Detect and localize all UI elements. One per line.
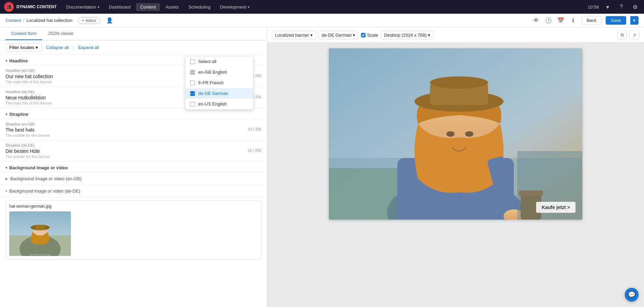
chevron-right-icon: ▶ bbox=[5, 177, 8, 181]
settings-icon[interactable]: ⚙ bbox=[630, 2, 640, 12]
breadcrumb-current: Localized hat collection bbox=[26, 18, 72, 23]
right-panel: Localized banner ▾ de-DE German ▾ Scale … bbox=[267, 27, 644, 307]
strapline-en-gb-label: Strapline (en-GB) bbox=[5, 122, 261, 126]
en-us-checkbox[interactable] bbox=[190, 102, 195, 107]
filter-separator: | bbox=[73, 45, 74, 50]
locale-selector[interactable]: de-DE German ▾ bbox=[319, 31, 358, 39]
nav-assets[interactable]: Assets bbox=[161, 3, 183, 11]
filter-locales-button[interactable]: Filter locales ▾ bbox=[5, 43, 42, 52]
filter-bar: Filter locales ▾ Collapse all | Expand a… bbox=[0, 40, 267, 55]
banner-selector[interactable]: Localized banner ▾ bbox=[272, 31, 316, 39]
chevron-down-icon: ▾ bbox=[353, 33, 355, 38]
locale-option-en-us[interactable]: en-US English bbox=[185, 99, 253, 109]
background-section-header[interactable]: ▾ Background image or video bbox=[0, 162, 267, 173]
svg-text:hat-woman-german.jpg: hat-woman-german.jpg bbox=[29, 254, 51, 256]
headline-de-de-value[interactable]: Neue Hutkollektion bbox=[5, 95, 52, 100]
de-de-checkbox[interactable]: ✓ bbox=[190, 91, 195, 96]
strapline-en-gb-hint: The subtitle for this banner bbox=[5, 133, 50, 137]
preview-header: Localized banner ▾ de-DE German ▾ Scale … bbox=[267, 27, 644, 43]
svg-rect-24 bbox=[329, 48, 582, 220]
strapline-de-de-hint: The subtitle for this banner bbox=[5, 155, 50, 159]
app-logo: 🎩 DYNAMIC CONTENT bbox=[4, 2, 57, 12]
copy-icon[interactable]: ⧉ bbox=[617, 30, 627, 40]
collapse-all-button[interactable]: Collapse all bbox=[46, 45, 69, 50]
section-expand-icon: ▾ bbox=[5, 166, 7, 170]
tab-content-form[interactable]: Content form bbox=[5, 27, 42, 40]
nav-documentation[interactable]: Documentation ▾ bbox=[62, 3, 103, 11]
strapline-de-de-field: Strapline (de-DE) Die besten Hüte The su… bbox=[0, 140, 267, 162]
top-navigation: 🎩 DYNAMIC CONTENT Documentation ▾ Dashbo… bbox=[0, 0, 644, 14]
history-icon[interactable]: 🕐 bbox=[544, 16, 553, 25]
left-panel: Content form JSON viewer Filter locales … bbox=[0, 27, 267, 307]
section-expand-icon: ▾ bbox=[5, 59, 7, 63]
chevron-down-icon: ▾ bbox=[5, 189, 7, 193]
external-link-icon[interactable]: ↗ bbox=[630, 30, 639, 40]
strapline-de-de-value[interactable]: Die besten Hüte bbox=[5, 148, 50, 154]
nav-development[interactable]: Development ▾ bbox=[216, 3, 253, 11]
locale-option-de-de[interactable]: ✓ de-DE German bbox=[185, 88, 253, 99]
background-en-gb-subsection[interactable]: ▶ Background image or video (en-GB) bbox=[0, 173, 267, 185]
svg-rect-5 bbox=[35, 225, 45, 230]
section-expand-icon: ▾ bbox=[5, 112, 7, 116]
strapline-en-gb-field: Strapline (en-GB) The best hats The subt… bbox=[0, 119, 267, 140]
clock-display: 10:58 bbox=[587, 4, 599, 10]
tab-bar: Content form JSON viewer bbox=[0, 27, 267, 40]
locale-option-en-gb[interactable]: — en-GB English bbox=[185, 67, 253, 77]
nav-right-controls: 10:58 ▾ ? ⚙ bbox=[587, 2, 640, 12]
background-de-de-subsection[interactable]: ▾ Background image or video (de-DE) bbox=[0, 185, 267, 197]
content-scroll-area[interactable]: Filter locales ▾ Collapse all | Expand a… bbox=[0, 40, 267, 307]
breadcrumb: Content / Localized hat collection bbox=[5, 18, 73, 23]
status-button[interactable]: + status bbox=[78, 17, 100, 24]
chevron-down-icon[interactable]: ▾ bbox=[603, 2, 612, 12]
image-preview-thumbnail: hat-woman-german.jpg bbox=[9, 211, 71, 256]
nav-dashboard[interactable]: Dashboard bbox=[105, 3, 135, 11]
logo-icon: 🎩 bbox=[4, 2, 14, 12]
nav-scheduling[interactable]: Scheduling bbox=[184, 3, 214, 11]
chevron-down-icon: ▾ bbox=[428, 33, 430, 38]
banner-cta-button[interactable]: Kaufe jetzt > bbox=[536, 202, 575, 213]
locale-option-select-all[interactable]: Select all bbox=[185, 56, 253, 67]
preview-area: Kaufe jetzt > bbox=[267, 43, 644, 307]
support-chat-button[interactable]: 💬 bbox=[625, 288, 639, 302]
user-icon[interactable]: 👤 bbox=[106, 16, 114, 25]
strapline-de-de-counter: 15 / 256 bbox=[248, 148, 261, 152]
info-icon[interactable]: ℹ bbox=[569, 16, 577, 25]
viewport-selector[interactable]: Desktop (1024 x 768) ▾ bbox=[381, 31, 433, 39]
strapline-en-gb-value[interactable]: The best hats bbox=[5, 127, 50, 133]
scale-checkbox[interactable]: Scale bbox=[361, 33, 378, 38]
strapline-en-gb-counter: 13 / 256 bbox=[248, 127, 261, 131]
select-all-checkbox[interactable] bbox=[190, 59, 195, 64]
headline-en-gb-hint: The main title of this banner bbox=[5, 80, 53, 84]
strapline-de-de-label: Strapline (de-DE) bbox=[5, 143, 261, 147]
background-section: ▾ Background image or video ▶ Background… bbox=[0, 162, 267, 260]
image-card-de-de: hat-woman-german.jpg bbox=[5, 200, 261, 260]
en-gb-checkbox[interactable]: — bbox=[190, 70, 195, 75]
calendar-icon[interactable]: 📅 bbox=[557, 16, 565, 25]
app-name: DYNAMIC CONTENT bbox=[16, 4, 57, 9]
help-icon[interactable]: ? bbox=[617, 2, 626, 12]
save-button[interactable]: Save bbox=[606, 16, 626, 25]
main-layout: Content form JSON viewer Filter locales … bbox=[0, 27, 644, 307]
chevron-down-icon: ▾ bbox=[248, 5, 249, 9]
save-dropdown-button[interactable]: ▾ bbox=[630, 16, 639, 25]
breadcrumb-parent[interactable]: Content bbox=[5, 18, 21, 23]
preview-icon[interactable]: 👁 bbox=[532, 16, 540, 25]
strapline-section-header[interactable]: ▾ Strapline bbox=[0, 108, 267, 119]
chevron-down-icon: ▾ bbox=[98, 5, 99, 9]
breadcrumb-separator: / bbox=[23, 18, 25, 23]
chevron-down-icon: ▾ bbox=[36, 45, 38, 50]
back-button[interactable]: Back bbox=[581, 16, 602, 25]
tab-json-viewer[interactable]: JSON viewer bbox=[42, 27, 79, 40]
expand-all-button[interactable]: Expand all bbox=[78, 45, 99, 50]
preview-action-icons: ⧉ ↗ bbox=[617, 30, 639, 40]
locale-filter-dropdown: Select all — en-GB English fr-FR French … bbox=[185, 56, 253, 110]
chevron-down-icon: ▾ bbox=[310, 33, 313, 38]
nav-content[interactable]: Content bbox=[136, 3, 160, 11]
locale-option-fr-fr[interactable]: fr-FR French bbox=[185, 77, 253, 88]
sub-header-right: 👁 🕐 📅 ℹ Back Save ▾ bbox=[532, 16, 639, 25]
sub-header: Content / Localized hat collection + sta… bbox=[0, 14, 644, 27]
strapline-section: ▾ Strapline Strapline (en-GB) The best h… bbox=[0, 108, 267, 162]
banner-preview: Kaufe jetzt > bbox=[329, 48, 582, 220]
headline-en-gb-value[interactable]: Our new hat collection bbox=[5, 74, 53, 79]
fr-fr-checkbox[interactable] bbox=[190, 81, 195, 85]
